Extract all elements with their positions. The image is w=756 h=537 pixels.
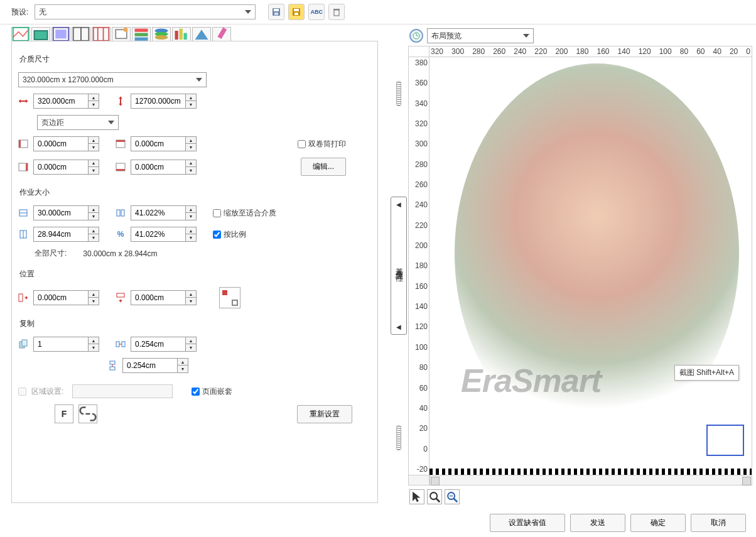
triangle-left-icon: ◀ [396, 323, 401, 330]
svg-rect-60 [232, 300, 237, 305]
tab-10[interactable] [192, 27, 211, 41]
copy-count-icon [18, 339, 28, 349]
clock-icon [409, 29, 423, 43]
delete-button[interactable] [328, 4, 345, 20]
copy-count-input[interactable]: ▲▼ [33, 337, 99, 352]
copy-title: 复制 [19, 318, 371, 329]
margin-bottom-icon [116, 162, 126, 172]
anchor-button[interactable] [219, 287, 240, 308]
tab-6[interactable] [112, 27, 131, 41]
zoom-tool[interactable] [427, 489, 442, 504]
set-defaults-button[interactable]: 设置缺省值 [490, 514, 565, 532]
svg-rect-59 [222, 290, 227, 295]
job-pw-input[interactable]: ▲▼ [131, 205, 197, 220]
jobsize-title: 作业大小 [19, 187, 371, 198]
svg-marker-36 [119, 97, 122, 99]
media-width-input[interactable]: ▲▼ [33, 94, 99, 109]
margin-type-select[interactable]: 页边距 [37, 115, 119, 130]
splitter[interactable]: ◀ 基本作业属性 ◀ [389, 24, 408, 507]
duplex-checkbox[interactable] [298, 140, 306, 148]
fit-media-checkbox[interactable] [213, 209, 221, 217]
svg-marker-55 [26, 296, 28, 300]
rename-button[interactable]: ABC [308, 4, 325, 20]
save-button[interactable] [268, 4, 284, 20]
job-width-input[interactable]: ▲▼ [33, 205, 99, 220]
preset-value: 无 [39, 7, 46, 18]
svg-line-77 [454, 499, 458, 502]
pointer-tool[interactable] [409, 489, 424, 504]
edit-media-button[interactable]: 编辑... [301, 158, 346, 176]
tab-5[interactable] [92, 27, 111, 41]
tab-layout[interactable] [11, 27, 30, 41]
chevron-down-icon [245, 10, 251, 14]
tab-4[interactable] [72, 27, 90, 41]
margin-top-icon [116, 139, 126, 149]
svg-marker-73 [413, 492, 420, 502]
svg-rect-21 [135, 33, 148, 36]
dialog-footer: 设置缺省值 发送 确定 取消 [490, 514, 746, 532]
form-panel: 介质尺寸 320.000cm x 12700.000cm ▲▼ ▲▼ 页边距 [11, 41, 378, 503]
pos-y-input[interactable]: ▲▼ [131, 290, 197, 305]
svg-rect-3 [274, 13, 278, 15]
job-pw-icon [116, 208, 126, 218]
ruler-horizontal: 3203002802602402202001801601401201008060… [429, 46, 752, 57]
tab-8[interactable] [152, 27, 171, 41]
margin-bottom-input[interactable]: ▲▼ [131, 160, 197, 175]
svg-marker-58 [119, 300, 122, 302]
tab-11[interactable] [212, 27, 231, 41]
zoom-fit-tool[interactable] [445, 489, 460, 504]
margin-right-icon [18, 162, 28, 172]
svg-rect-6 [294, 13, 298, 15]
svg-marker-72 [523, 34, 529, 38]
media-size-title: 介质尺寸 [19, 54, 371, 65]
svg-marker-33 [19, 99, 21, 103]
chevron-down-icon [196, 78, 202, 82]
svg-rect-14 [81, 28, 89, 41]
send-button[interactable]: 发送 [570, 514, 625, 532]
margin-right-input[interactable]: ▲▼ [33, 160, 99, 175]
tab-2[interactable] [31, 27, 50, 41]
f-button[interactable]: F [55, 404, 73, 423]
tab-7[interactable] [132, 27, 151, 41]
svg-marker-0 [245, 10, 251, 14]
preview-mode-select[interactable]: 布局预览 [427, 28, 534, 43]
pos-x-input[interactable]: ▲▼ [33, 290, 99, 305]
svg-rect-66 [110, 361, 115, 364]
margin-left-icon [18, 139, 28, 149]
svg-rect-64 [122, 342, 125, 347]
screenshot-tooltip: 截图 Shift+Alt+A [674, 365, 739, 381]
media-preset-select[interactable]: 320.000cm x 12700.000cm [18, 72, 207, 87]
gap-h-input[interactable]: ▲▼ [131, 337, 197, 352]
gap-v-input[interactable]: ▲▼ [122, 358, 188, 373]
tab-3[interactable] [51, 27, 70, 41]
tab-9[interactable] [172, 27, 191, 41]
job-height-input[interactable]: ▲▼ [33, 227, 99, 242]
media-height-input[interactable]: ▲▼ [131, 94, 197, 109]
page-nest-checkbox[interactable] [192, 388, 200, 396]
main-split: 介质尺寸 320.000cm x 12700.000cm ▲▼ ▲▼ 页边距 [0, 24, 756, 507]
cancel-button[interactable]: 取消 [691, 514, 746, 532]
svg-rect-12 [55, 30, 67, 39]
margin-top-input[interactable]: ▲▼ [131, 136, 197, 151]
reset-button[interactable]: 重新设置 [297, 405, 352, 423]
svg-rect-28 [184, 33, 187, 40]
watermark-text: EraSmart [461, 362, 601, 399]
margin-left-input[interactable]: ▲▼ [33, 136, 99, 151]
selection-rect [706, 425, 744, 456]
preview-canvas[interactable]: EraSmart 截图 Shift+Alt+A [429, 57, 752, 475]
svg-rect-7 [334, 10, 339, 16]
properties-handle[interactable]: ◀ 基本作业属性 ◀ [391, 197, 407, 335]
horizontal-scrollbar[interactable] [429, 475, 752, 485]
svg-rect-63 [116, 342, 119, 347]
perforation-indicator [429, 469, 752, 475]
svg-rect-15 [94, 28, 109, 41]
ok-button[interactable]: 确定 [630, 514, 686, 532]
job-ph-input[interactable]: ▲▼ [131, 227, 197, 242]
svg-rect-53 [19, 294, 23, 301]
svg-rect-56 [117, 293, 124, 297]
svg-rect-42 [116, 140, 125, 142]
save-as-button[interactable] [288, 4, 305, 20]
preset-select[interactable]: 无 [35, 4, 256, 19]
link-button[interactable] [78, 404, 97, 423]
lock-ratio-checkbox[interactable] [213, 231, 221, 239]
